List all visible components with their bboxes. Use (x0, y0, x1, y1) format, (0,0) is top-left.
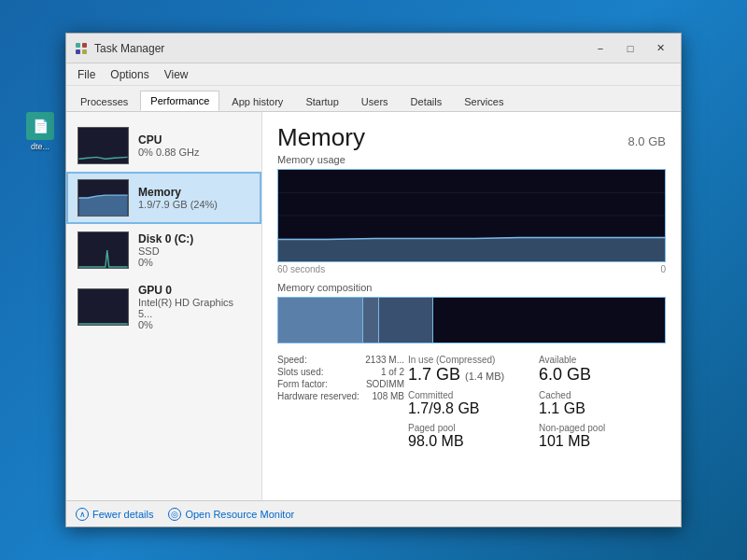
cached-label: Cached (539, 390, 666, 400)
disk-name: Disk 0 (C:) (138, 232, 250, 245)
slots-value: 1 of 2 (381, 367, 404, 377)
nonpaged-value: 101 MB (539, 433, 666, 450)
form-row: Form factor: SODIMM (277, 379, 404, 389)
desktop: 📄 dte... Task Manager − □ ✕ File (0, 0, 747, 560)
composition-label: Memory composition (277, 282, 666, 293)
disk-sub1: SSD (138, 245, 250, 257)
stat-committed: Committed 1.7/9.8 GB (408, 390, 535, 417)
cached-value: 1.1 GB (539, 400, 666, 417)
svg-marker-9 (278, 238, 665, 261)
sidebar-item-cpu[interactable]: CPU 0% 0.88 GHz (66, 119, 261, 172)
menu-file[interactable]: File (70, 66, 103, 83)
content-area: CPU 0% 0.88 GHz Memory 1.9/7.9 GB ( (66, 112, 681, 500)
available-value: 6.0 GB (539, 365, 666, 385)
memory-title: Memory (277, 123, 365, 152)
maximize-button[interactable]: □ (617, 39, 643, 58)
hw-row: Hardware reserved: 108 MB (277, 391, 404, 401)
in-use-label: In use (Compressed) (408, 355, 535, 365)
cpu-name: CPU (138, 133, 250, 147)
bottom-bar: ∧ Fewer details ◎ Open Resource Monitor (66, 500, 681, 526)
speed-value: 2133 M... (365, 355, 404, 365)
speed-label: Speed: (277, 355, 307, 365)
disk-chart-thumb (78, 231, 129, 269)
stats-area: In use (Compressed) 1.7 GB (1.4 MB) Avai… (277, 355, 666, 450)
fewer-details-label: Fewer details (92, 509, 153, 520)
nonpaged-label: Non-paged pool (539, 423, 666, 433)
window-title: Task Manager (94, 42, 587, 55)
memory-chart-thumb (78, 179, 129, 217)
taskmanager-window: Task Manager − □ ✕ File Options View Pro… (65, 33, 682, 527)
hw-label: Hardware reserved: (277, 391, 359, 401)
stat-nonpaged: Non-paged pool 101 MB (539, 423, 666, 450)
gpu-sub1: Intel(R) HD Graphics 5... (138, 297, 250, 319)
comp-standby (379, 298, 433, 343)
gpu-name: GPU 0 (138, 284, 250, 297)
svg-rect-0 (76, 43, 80, 48)
time-left: 60 seconds (277, 264, 325, 274)
menu-options[interactable]: Options (103, 66, 156, 83)
memory-sub: 1.9/7.9 GB (24%) (138, 199, 250, 210)
available-label: Available (539, 355, 666, 365)
cpu-info: CPU 0% 0.88 GHz (138, 133, 250, 158)
tab-processes[interactable]: Processes (70, 91, 138, 111)
composition-bar (277, 297, 666, 343)
memory-header: Memory 8.0 GB (277, 123, 666, 152)
resource-monitor-icon: ◎ (168, 508, 181, 521)
title-bar: Task Manager − □ ✕ (66, 34, 681, 63)
form-label: Form factor: (277, 379, 328, 389)
graph-time-labels: 60 seconds 0 (277, 264, 666, 274)
tab-details[interactable]: Details (401, 91, 453, 111)
hw-value: 108 MB (373, 391, 404, 401)
disk-sub2: 0% (138, 257, 250, 268)
sidebar-item-disk[interactable]: Disk 0 (C:) SSD 0% (66, 224, 261, 276)
svg-rect-2 (76, 49, 80, 54)
taskmanager-icon (74, 41, 89, 56)
tab-bar: Processes Performance App history Startu… (66, 86, 681, 112)
sidebar-item-gpu[interactable]: GPU 0 Intel(R) HD Graphics 5... 0% (66, 276, 261, 338)
time-right: 0 (660, 264, 666, 274)
tab-users[interactable]: Users (351, 91, 399, 111)
svg-rect-1 (82, 43, 87, 48)
comp-free (433, 298, 665, 343)
stat-in-use: In use (Compressed) 1.7 GB (1.4 MB) (408, 355, 535, 385)
tab-app-history[interactable]: App history (221, 91, 293, 111)
speed-row: Speed: 2133 M... (277, 355, 404, 365)
committed-label: Committed (408, 390, 535, 400)
desktop-icon-image: 📄 (26, 112, 54, 140)
in-use-sub: (1.4 MB) (465, 371, 504, 382)
memory-info: Memory 1.9/7.9 GB (24%) (138, 186, 250, 210)
minimize-button[interactable]: − (587, 39, 613, 58)
gpu-chart-thumb (78, 288, 129, 326)
paged-label: Paged pool (408, 423, 535, 433)
cpu-sub: 0% 0.88 GHz (138, 147, 250, 158)
paged-value: 98.0 MB (408, 433, 535, 450)
sidebar-item-memory[interactable]: Memory 1.9/7.9 GB (24%) (66, 172, 261, 224)
committed-value: 1.7/9.8 GB (408, 400, 535, 417)
disk-info: Disk 0 (C:) SSD 0% (138, 232, 250, 268)
desktop-icon[interactable]: 📄 dte... (17, 112, 63, 151)
window-controls: − □ ✕ (587, 39, 673, 58)
cpu-chart-thumb (78, 127, 129, 164)
tab-performance[interactable]: Performance (140, 91, 219, 111)
stat-available: Available 6.0 GB (539, 355, 666, 385)
menu-view[interactable]: View (157, 66, 196, 83)
comp-modified (363, 298, 379, 343)
gpu-info: GPU 0 Intel(R) HD Graphics 5... 0% (138, 284, 250, 330)
svg-rect-3 (82, 49, 87, 54)
memory-total: 8.0 GB (628, 134, 666, 148)
close-button[interactable]: ✕ (647, 39, 673, 58)
right-panel: Memory 8.0 GB Memory usage (262, 112, 681, 500)
menu-bar: File Options View (66, 63, 681, 86)
fewer-details-icon: ∧ (76, 508, 89, 521)
comp-in-use (278, 298, 363, 343)
memory-name: Memory (138, 186, 250, 199)
fewer-details-button[interactable]: ∧ Fewer details (76, 508, 153, 521)
tab-services[interactable]: Services (454, 91, 514, 111)
left-panel: CPU 0% 0.88 GHz Memory 1.9/7.9 GB ( (66, 112, 262, 500)
gpu-sub2: 0% (138, 319, 250, 330)
open-resource-monitor-button[interactable]: ◎ Open Resource Monitor (168, 508, 294, 521)
slots-row: Slots used: 1 of 2 (277, 367, 404, 377)
usage-graph (277, 169, 666, 262)
tab-startup[interactable]: Startup (295, 91, 348, 111)
form-value: SODIMM (366, 379, 404, 389)
